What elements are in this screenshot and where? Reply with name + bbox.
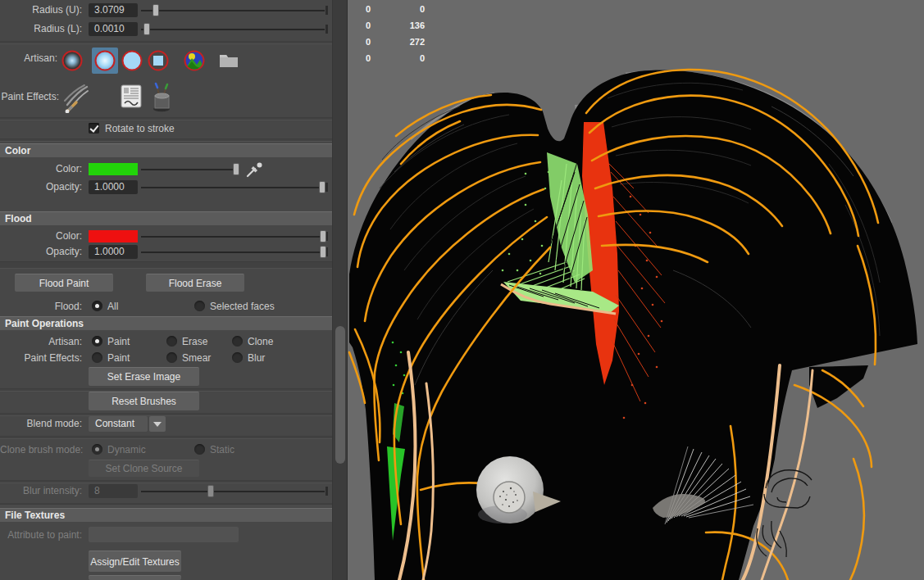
pfx-operation-label: Paint Effects:: [0, 351, 82, 365]
artisan-operation-label: Artisan:: [0, 335, 82, 349]
color-section-header[interactable]: Color: [0, 143, 336, 157]
flood-color-swatch[interactable]: [89, 230, 138, 242]
paint-bucket-button[interactable]: [149, 82, 174, 116]
color-label: Color:: [0, 162, 82, 176]
set-clone-source-button: Set Clone Source: [89, 460, 199, 477]
clone-static-label: Static: [210, 444, 234, 456]
square-brush-icon: [148, 50, 169, 71]
paint-effects-row-label: Paint Effects:: [0, 90, 59, 104]
pfx-paint-label: Paint: [107, 352, 130, 365]
pfx-blur-radio[interactable]: [232, 352, 243, 363]
radius-u-row: Radius (U): 3.0709: [0, 3, 332, 18]
flood-opacity-field[interactable]: 1.0000: [89, 245, 138, 259]
artisan-solid-brush-button[interactable]: [121, 50, 143, 75]
radius-l-slider[interactable]: [141, 22, 325, 36]
browse-brush-folder-button[interactable]: [218, 52, 239, 73]
color-swatch[interactable]: [89, 163, 138, 175]
template-document-icon: [121, 84, 143, 109]
blend-mode-label: Blend mode:: [0, 417, 82, 431]
artisan-erase-label: Erase: [182, 336, 207, 348]
attribute-to-paint-label: Attribute to paint:: [0, 528, 82, 542]
radius-u-label: Radius (U):: [0, 3, 82, 17]
attribute-to-paint-row: Attribute to paint:: [0, 527, 332, 542]
clone-brush-mode-row: Clone brush mode: Dynamic Static: [0, 443, 332, 456]
artisan-image-brush-button[interactable]: [184, 50, 205, 75]
flood-opacity-slider[interactable]: [141, 245, 325, 259]
pfx-smear-radio[interactable]: [166, 352, 177, 363]
flood-target-row: Flood: All Selected faces: [0, 300, 332, 313]
color-slider[interactable]: [141, 162, 238, 176]
panel-scrollbar[interactable]: [332, 0, 347, 580]
flood-all-radio[interactable]: [92, 301, 102, 311]
rotate-to-stroke-checkbox[interactable]: [89, 123, 99, 134]
color-opacity-row: Opacity: 1.0000: [0, 180, 332, 195]
flood-color-row: Color:: [0, 229, 332, 244]
pfx-operation-row: Paint Effects: Paint Smear Blur: [0, 351, 332, 365]
pfx-blur-label: Blur: [248, 352, 265, 365]
flood-erase-button[interactable]: Flood Erase: [146, 274, 244, 292]
soft-brush-icon: [94, 50, 116, 71]
attribute-to-paint-field[interactable]: [89, 527, 239, 542]
artisan-erase-radio[interactable]: [166, 336, 177, 347]
radius-u-slider[interactable]: [141, 3, 325, 17]
rotate-to-stroke-row: Rotate to stroke: [0, 122, 332, 135]
panel-scrollbar-thumb[interactable]: [335, 326, 345, 464]
flood-color-slider[interactable]: [141, 229, 325, 243]
brush-template-button[interactable]: [121, 84, 143, 112]
flood-paint-button[interactable]: Flood Paint: [15, 274, 113, 292]
separator: [0, 503, 336, 506]
artisan-clone-radio[interactable]: [232, 336, 243, 347]
separator: [0, 261, 336, 269]
artisan-soft-brush-button[interactable]: [94, 50, 116, 75]
flood-selected-faces-radio[interactable]: [194, 301, 205, 311]
artisan-square-brush-button[interactable]: [148, 50, 169, 75]
file-textures-section-header[interactable]: File Textures: [0, 508, 336, 522]
gaussian-brush-icon: [61, 50, 83, 71]
paint-operations-section-header[interactable]: Paint Operations: [0, 316, 336, 330]
get-pfx-brush-button[interactable]: [62, 84, 89, 116]
color-opacity-field[interactable]: 1.0000: [89, 180, 138, 194]
blur-intensity-slider: [141, 484, 325, 498]
radius-u-field[interactable]: 3.0709: [89, 3, 138, 17]
assign-edit-textures-button[interactable]: Assign/Edit Textures: [89, 551, 181, 572]
set-erase-image-button[interactable]: Set Erase Image: [89, 367, 199, 386]
flood-color-label: Color:: [0, 229, 82, 243]
viewport-3d[interactable]: 0 0 0 136 0 272 0 0: [347, 0, 924, 580]
radius-l-field[interactable]: 0.0010: [89, 22, 138, 36]
artisan-operation-row: Artisan: Paint Erase Clone: [0, 335, 332, 348]
pfx-paint-radio[interactable]: [92, 352, 102, 363]
paint-brushes-icon: [62, 84, 89, 113]
eyedropper-icon: [246, 162, 264, 178]
color-opacity-label: Opacity:: [0, 180, 82, 194]
viewport-scene: [348, 0, 924, 580]
eyedropper-button[interactable]: [246, 162, 264, 181]
separator: [0, 138, 336, 142]
clone-dynamic-label: Dynamic: [107, 444, 146, 456]
chevron-down-icon[interactable]: [149, 416, 166, 432]
separator: [0, 117, 336, 120]
flood-opacity-label: Opacity:: [0, 245, 82, 259]
artisan-paint-label: Paint: [107, 336, 130, 348]
flood-target-label: Flood:: [0, 300, 82, 314]
artisan-paint-radio[interactable]: [92, 336, 102, 347]
artisan-row-label: Artisan:: [0, 52, 57, 66]
blur-intensity-field: 8: [89, 484, 138, 498]
artisan-brush-row: Artisan:: [0, 48, 332, 75]
separator: [0, 436, 336, 439]
artisan-clone-label: Clone: [248, 336, 273, 348]
tool-settings-panel: Radius (U): 3.0709 Radius (L): 0.0010 Ar…: [0, 0, 332, 580]
radius-l-row: Radius (L): 0.0010: [0, 22, 332, 37]
rotate-to-stroke-label: Rotate to stroke: [105, 123, 175, 135]
separator: [0, 41, 336, 44]
color-opacity-slider[interactable]: [141, 180, 325, 194]
partially-visible-button[interactable]: [89, 575, 181, 580]
reset-brushes-button[interactable]: Reset Brushes: [89, 392, 199, 410]
flood-opacity-row: Opacity: 1.0000: [0, 245, 332, 260]
blur-intensity-row: Blur intensity: 8: [0, 484, 332, 499]
flood-section-header[interactable]: Flood: [0, 211, 336, 225]
artisan-gaussian-brush-button[interactable]: [61, 50, 83, 75]
solid-brush-icon: [121, 50, 143, 71]
blend-mode-dropdown[interactable]: Constant: [89, 416, 148, 432]
color-row: Color:: [0, 162, 332, 177]
radius-l-label: Radius (L):: [0, 22, 82, 36]
